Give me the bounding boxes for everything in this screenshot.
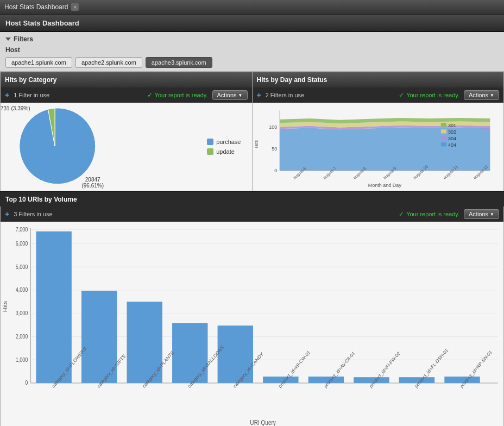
svg-text:304: 304 xyxy=(448,136,456,141)
svg-text:1,000: 1,000 xyxy=(16,356,28,363)
legend-item-update: update xyxy=(207,148,241,155)
svg-text:URI Query: URI Query xyxy=(250,419,276,426)
filter-count-2: 2 Filters in use xyxy=(266,92,305,98)
actions-label-2: Actions xyxy=(469,92,488,98)
svg-text:6,000: 6,000 xyxy=(16,240,28,247)
report-ready-3: ✓ Your report is ready. xyxy=(399,210,459,218)
hits-by-day-actions-button[interactable]: Actions ▼ xyxy=(464,90,499,100)
svg-text:404: 404 xyxy=(448,142,456,148)
svg-text:5,000: 5,000 xyxy=(16,264,28,270)
host-label: Host xyxy=(5,46,499,54)
report-ready-2: ✓ Your report is ready. xyxy=(399,91,459,99)
hits-by-day-toolbar: + 2 Filters in use ✓ Your report is read… xyxy=(253,87,504,103)
filter-tag-apache3[interactable]: apache3.splunk.com xyxy=(146,57,212,68)
hits-by-day-title: Hits by Day and Status xyxy=(257,76,327,84)
svg-text:301: 301 xyxy=(448,123,456,128)
main-content: Hits by Category + 1 Filter in use ✓ You… xyxy=(0,72,504,426)
svg-text:4,000: 4,000 xyxy=(16,287,28,293)
report-ready-text-2: Your report is ready. xyxy=(406,92,459,98)
legend-label-update: update xyxy=(216,148,235,155)
dropdown-arrow-icon: ▼ xyxy=(238,93,243,98)
line-chart-svg: 0 50 100 Hits a xyxy=(253,103,504,191)
app-title: Host Stats Dashboard xyxy=(5,19,79,27)
collapse-icon[interactable] xyxy=(5,37,11,41)
hits-by-day-panel: Hits by Day and Status + 2 Filters in us… xyxy=(253,72,505,191)
top-uris-title: Top 10 URIs by Volume xyxy=(5,196,77,203)
svg-text:Hits: Hits xyxy=(253,140,259,148)
filters-section: Filters Host apache1.splunk.com apache2.… xyxy=(0,32,504,72)
top-uris-panel: + 3 Filters in use ✓ Your report is read… xyxy=(0,206,504,426)
pie-chart-container: 731 (3.39%) 20847 (96.61%) xyxy=(1,103,252,191)
svg-text:7,000: 7,000 xyxy=(16,226,28,233)
check-icon-3: ✓ xyxy=(399,210,404,218)
top-uris-section-divider: Top 10 URIs by Volume xyxy=(0,191,504,206)
legend-dot-update xyxy=(207,148,213,155)
pie-label-bottom: 20847 (96.61%) xyxy=(81,177,104,189)
svg-text:Hits: Hits xyxy=(2,300,8,312)
actions-label-3: Actions xyxy=(469,211,488,217)
filters-header: Filters xyxy=(5,35,499,43)
legend-label-purchase: purchase xyxy=(216,139,241,145)
title-bar-text: Host Stats Dashboard xyxy=(4,3,68,11)
hits-by-day-content: 0 50 100 Hits a xyxy=(253,103,504,191)
title-bar: Host Stats Dashboard × xyxy=(0,0,504,15)
check-icon-2: ✓ xyxy=(399,91,404,99)
filter-tag-apache1[interactable]: apache1.splunk.com xyxy=(5,57,72,68)
svg-text:0: 0 xyxy=(274,168,277,173)
hits-by-category-header: Hits by Category xyxy=(1,72,252,87)
add-filter-button-3[interactable]: + xyxy=(5,210,9,218)
top-uris-content: Hits 0 1,000 2,000 3,000 4,000 5,000 6,0… xyxy=(1,222,503,426)
top-uris-toolbar: + 3 Filters in use ✓ Your report is read… xyxy=(1,206,503,222)
pie-chart: 731 (3.39%) 20847 (96.61%) xyxy=(6,103,104,191)
hits-by-category-panel: Hits by Category + 1 Filter in use ✓ You… xyxy=(0,72,253,191)
bar-flowers xyxy=(36,231,71,383)
hits-by-category-actions-button[interactable]: Actions ▼ xyxy=(212,90,248,100)
report-ready-text: Your report is ready. xyxy=(155,92,208,98)
dropdown-arrow-icon-3: ▼ xyxy=(490,212,494,217)
dropdown-arrow-icon-2: ▼ xyxy=(490,93,494,98)
bar-chart-svg: Hits 0 1,000 2,000 3,000 4,000 5,000 6,0… xyxy=(1,222,503,426)
svg-rect-24 xyxy=(440,136,446,140)
svg-text:50: 50 xyxy=(272,146,277,152)
report-ready: ✓ Your report is ready. xyxy=(147,91,208,99)
svg-text:302: 302 xyxy=(448,129,456,135)
filter-count: 1 Filter in use xyxy=(14,92,49,98)
svg-text:3,000: 3,000 xyxy=(16,310,28,316)
hits-by-day-header: Hits by Day and Status xyxy=(253,72,504,87)
panels-row: Hits by Category + 1 Filter in use ✓ You… xyxy=(0,72,504,191)
actions-label: Actions xyxy=(217,92,237,98)
svg-text:100: 100 xyxy=(269,125,277,130)
legend-item-purchase: purchase xyxy=(207,139,241,145)
add-filter-button-2[interactable]: + xyxy=(257,91,261,99)
svg-text:2,000: 2,000 xyxy=(16,333,28,340)
filter-tag-apache2[interactable]: apache2.splunk.com xyxy=(75,57,142,68)
report-ready-text-3: Your report is ready. xyxy=(406,211,459,217)
hits-by-category-title: Hits by Category xyxy=(5,76,56,84)
add-filter-button[interactable]: + xyxy=(5,91,9,99)
pie-legend: purchase update xyxy=(207,139,241,155)
check-icon: ✓ xyxy=(147,91,153,99)
svg-rect-26 xyxy=(440,142,446,146)
top-uris-actions-button[interactable]: Actions ▼ xyxy=(464,209,499,219)
close-button[interactable]: × xyxy=(71,3,79,11)
pie-label-small: 731 (3.39%) xyxy=(1,105,30,111)
svg-text:0: 0 xyxy=(25,380,28,386)
svg-rect-20 xyxy=(440,123,446,127)
filter-count-3: 3 Filters in use xyxy=(14,211,53,217)
svg-rect-22 xyxy=(440,129,446,133)
svg-marker-8 xyxy=(280,128,490,171)
filters-label: Filters xyxy=(14,35,33,43)
hits-by-category-toolbar: + 1 Filter in use ✓ Your report is ready… xyxy=(1,87,252,103)
svg-text:Month and Day: Month and Day xyxy=(368,183,401,189)
app-header: Host Stats Dashboard xyxy=(0,15,504,32)
legend-dot-purchase xyxy=(207,139,213,145)
filter-tags: apache1.splunk.com apache2.splunk.com ap… xyxy=(5,57,499,68)
hits-by-category-content: 731 (3.39%) 20847 (96.61%) xyxy=(1,103,252,191)
